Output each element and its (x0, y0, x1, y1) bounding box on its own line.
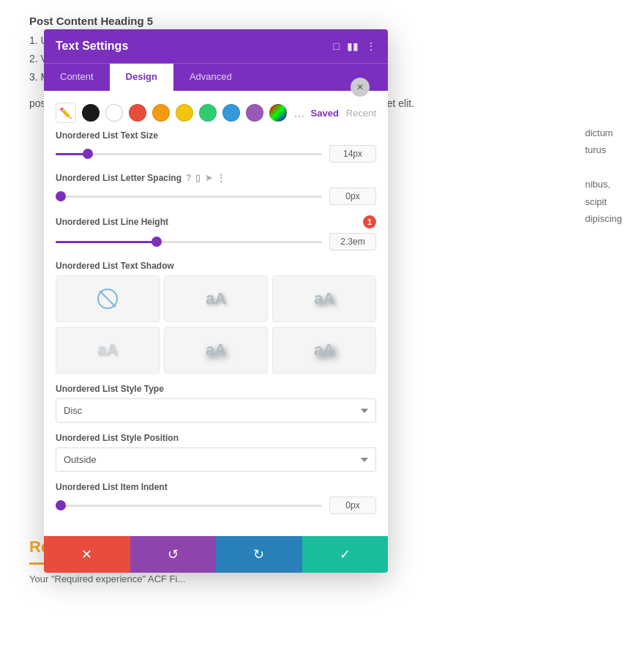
style-type-row: Unordered List Style Type Disc Circle Sq… (56, 384, 376, 423)
style-type-label: Unordered List Style Type (56, 384, 376, 394)
modal-header: Text Settings □ ▮▮ ⋮ (44, 29, 388, 63)
modal-tabs: Content Design Advanced (44, 63, 388, 91)
shadow-style-2[interactable]: aA (272, 275, 376, 322)
tab-design[interactable]: Design (110, 64, 173, 91)
more-options-icon[interactable]: ⋮ (366, 40, 376, 52)
close-button[interactable]: ✕ (351, 78, 370, 97)
letter-spacing-input[interactable] (329, 187, 376, 205)
shadow-style-1[interactable]: aA (164, 275, 268, 322)
text-size-label: Unordered List Text Size (56, 130, 376, 141)
arrow-icon[interactable]: ➤ (205, 173, 212, 183)
item-indent-input[interactable] (329, 497, 376, 514)
color-row: ✏️ ... Saved Recent (56, 103, 376, 123)
more-icon[interactable]: ⋮ (217, 173, 225, 183)
color-blue[interactable] (222, 104, 240, 122)
color-green[interactable] (199, 104, 217, 122)
help-icon[interactable]: ? (186, 173, 191, 183)
shadow-none[interactable] (56, 275, 160, 322)
color-orange[interactable] (152, 104, 170, 122)
ellipsis-icon[interactable]: ... (294, 105, 305, 121)
bg-heading: Post Content Heading 5 (29, 15, 615, 27)
undo-button[interactable]: ↺ (130, 536, 217, 573)
style-position-row: Unordered List Style Position Outside In… (56, 433, 376, 472)
line-height-slider-row (56, 233, 376, 250)
text-size-slider-row (56, 145, 376, 163)
pencil-icon[interactable]: ✏️ (56, 103, 76, 123)
style-position-select[interactable]: Outside Inside (56, 447, 376, 472)
item-indent-label: Unordered List Item Indent (56, 482, 376, 492)
color-white[interactable] (105, 104, 123, 122)
line-height-label: Unordered List Line Height 1 (56, 215, 376, 229)
shadow-style-4[interactable]: aA (164, 327, 268, 374)
style-type-select[interactable]: Disc Circle Square None (56, 398, 376, 423)
shadow-grid: aA aA aA aA aA (56, 275, 376, 374)
line-height-row: Unordered List Line Height 1 (56, 215, 376, 250)
modal-header-icons: □ ▮▮ ⋮ (334, 40, 376, 52)
style-position-label: Unordered List Style Position (56, 433, 376, 443)
modal-title: Text Settings (56, 40, 128, 53)
text-size-slider-container[interactable] (56, 147, 322, 160)
letter-spacing-row: Unordered List Letter Spacing ? ▯ ➤ ⋮ (56, 173, 376, 205)
item-indent-row: Unordered List Item Indent (56, 482, 376, 514)
line-height-slider-container[interactable] (56, 235, 322, 248)
modal-footer: ✕ ↺ ↻ ✓ (44, 536, 388, 573)
letter-spacing-slider-container[interactable] (56, 190, 322, 203)
redo-button[interactable]: ↻ (216, 536, 302, 573)
tab-content[interactable]: Content (44, 64, 110, 91)
modal-body: ✏️ ... Saved Recent Unordered List Text … (44, 91, 388, 536)
item-indent-slider-row (56, 497, 376, 514)
letter-spacing-label: Unordered List Letter Spacing ? ▯ ➤ ⋮ (56, 173, 376, 183)
line-height-badge: 1 (363, 215, 376, 229)
color-gradient[interactable] (269, 104, 287, 122)
saved-recent: Saved Recent (311, 108, 377, 119)
cancel-button[interactable]: ✕ (44, 536, 130, 573)
tab-advanced[interactable]: Advanced (173, 64, 248, 91)
expand-icon[interactable]: □ (334, 40, 340, 52)
shadow-style-5[interactable]: aA (272, 327, 376, 374)
shadow-style-3[interactable]: aA (56, 327, 160, 374)
letter-spacing-slider-row (56, 187, 376, 205)
color-black[interactable] (82, 104, 100, 122)
line-height-input[interactable] (329, 233, 376, 250)
color-yellow[interactable] (176, 104, 193, 122)
svg-line-1 (100, 291, 116, 307)
acf-text: Your "Required experience" ACF Fi... (29, 573, 615, 584)
saved-link[interactable]: Saved (311, 108, 339, 119)
right-column-text: dictum turus nibus, scipit dipiscing (585, 125, 622, 227)
device-icon[interactable]: ▯ (195, 173, 201, 183)
text-size-row: Unordered List Text Size (56, 130, 376, 163)
confirm-button[interactable]: ✓ (302, 536, 389, 573)
recent-link[interactable]: Recent (346, 108, 376, 119)
text-size-input[interactable] (329, 145, 376, 163)
text-shadow-row: Unordered List Text Shadow aA aA aA aA a… (56, 261, 376, 374)
columns-icon[interactable]: ▮▮ (347, 40, 359, 52)
item-indent-slider-container[interactable] (56, 499, 322, 512)
color-purple[interactable] (246, 104, 263, 122)
color-red[interactable] (129, 104, 146, 122)
text-shadow-label: Unordered List Text Shadow (56, 261, 376, 271)
text-settings-modal: Text Settings □ ▮▮ ⋮ Content Design Adva… (44, 29, 388, 573)
